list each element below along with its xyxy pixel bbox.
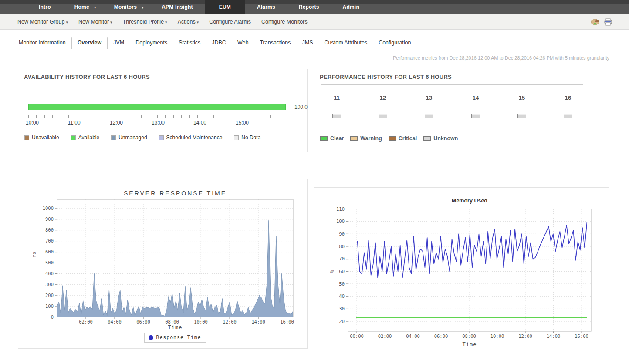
availability-bar[interactable] — [28, 104, 286, 110]
response-time-marker-icon — [149, 335, 153, 340]
hour-column: 13 — [420, 94, 438, 118]
svg-text:70: 70 — [339, 256, 345, 261]
status-cell-unknown[interactable] — [564, 114, 572, 118]
actions-button[interactable]: Actions▾ — [178, 19, 199, 25]
svg-text:16:00: 16:00 — [280, 319, 294, 324]
hour-column: 16 — [559, 94, 577, 118]
hour-column: 15 — [513, 94, 531, 118]
tab-web[interactable]: Web — [232, 37, 254, 49]
action-toolbar: New Monitor Group▾ New Monitor▾ Threshol… — [0, 14, 629, 30]
tab-overview[interactable]: Overview — [71, 37, 108, 49]
legend-item: Available — [71, 135, 99, 141]
status-cell-unknown[interactable] — [379, 114, 387, 118]
svg-text:800: 800 — [45, 227, 54, 233]
legend-label: Unavailable — [32, 135, 59, 141]
svg-text:50: 50 — [339, 281, 345, 286]
legend-item: Clear — [320, 135, 344, 142]
threshold-profile-label: Threshold Profile — [123, 19, 164, 25]
tab-configuration[interactable]: Configuration — [373, 37, 416, 49]
performance-metrics-note: Performance metrics from Dec 28,2016 12:… — [393, 55, 609, 61]
axis-tick-label: 11:00 — [64, 120, 84, 126]
response-time-chart: 0100200300400500600700800900100002:0004:… — [18, 179, 307, 330]
x-axis-label: Time — [57, 324, 293, 330]
svg-text:80: 80 — [339, 244, 345, 249]
tab-jvm[interactable]: JVM — [108, 37, 130, 49]
svg-text:900: 900 — [45, 216, 54, 222]
svg-text:16:00: 16:00 — [575, 334, 588, 339]
tab-statistics[interactable]: Statistics — [173, 37, 206, 49]
y-axis-label: ms — [31, 252, 37, 257]
unmanaged-swatch — [111, 135, 116, 140]
svg-text:600: 600 — [45, 249, 54, 254]
configure-monitors-button[interactable]: Configure Monitors — [261, 19, 308, 25]
hour-column: 11 — [328, 94, 345, 118]
legend-item: Critical — [389, 135, 417, 142]
axis-tick-label: 12:00 — [107, 120, 126, 126]
availability-time-axis — [28, 115, 286, 118]
new-monitor-button[interactable]: New Monitor▾ — [78, 19, 112, 25]
legend-label: Critical — [399, 135, 417, 142]
server-response-time-panel: SERVER RESPONSE TIME 0100200300400500600… — [18, 179, 308, 349]
hour-label: 11 — [328, 94, 345, 101]
nav-item-admin[interactable]: Admin — [331, 0, 371, 14]
legend-label: Clear — [330, 135, 344, 142]
svg-text:08:00: 08:00 — [165, 319, 179, 324]
memory-used-panel: Memory Used 203040506070809010011000:000… — [314, 187, 609, 364]
svg-text:500: 500 — [45, 260, 54, 265]
svg-text:30: 30 — [339, 306, 345, 311]
chevron-down-icon: ▾ — [66, 20, 68, 24]
status-cell-unknown[interactable] — [471, 114, 480, 118]
chevron-down-icon[interactable]: ▾ — [94, 0, 102, 14]
pie-chart-icon[interactable] — [591, 18, 599, 26]
legend-item: Unmanaged — [111, 135, 147, 141]
configure-alarms-button[interactable]: Configure Alarms — [209, 19, 251, 25]
performance-panel-title: PERFORMANCE HISTORY FOR LAST 6 HOURS — [314, 69, 609, 84]
svg-text:08:00: 08:00 — [462, 334, 476, 339]
svg-text:02:00: 02:00 — [378, 334, 392, 339]
svg-text:300: 300 — [45, 282, 54, 287]
nav-item-apm-insight[interactable]: APM Insight — [150, 0, 205, 14]
critical-swatch — [389, 136, 396, 141]
tab-custom-attributes[interactable]: Custom Attributes — [318, 37, 373, 49]
tab-transactions[interactable]: Transactions — [254, 37, 296, 49]
print-icon[interactable] — [604, 18, 612, 26]
axis-tick-label: 15:00 — [233, 120, 252, 126]
tab-deployments[interactable]: Deployments — [130, 37, 173, 49]
axis-tick-label: 14:00 — [190, 120, 210, 126]
status-cell-unknown[interactable] — [517, 114, 526, 118]
legend-item: Response Time — [144, 333, 206, 343]
nav-item-eum[interactable]: EUM — [205, 0, 245, 14]
hour-label: 16 — [559, 94, 577, 101]
tab-monitor-information[interactable]: Monitor Information — [13, 37, 71, 49]
legend-label: Unknown — [433, 135, 458, 142]
new-monitor-label: New Monitor — [78, 19, 109, 25]
svg-text:06:00: 06:00 — [136, 319, 150, 324]
nav-item-reports[interactable]: Reports — [287, 0, 331, 14]
nav-item-intro[interactable]: Intro — [27, 0, 63, 14]
new-monitor-group-button[interactable]: New Monitor Group▾ — [17, 19, 68, 25]
status-cell-unknown[interactable] — [425, 114, 433, 118]
status-cell-unknown[interactable] — [332, 114, 341, 118]
svg-text:10:00: 10:00 — [194, 319, 208, 324]
svg-text:10:00: 10:00 — [490, 334, 504, 339]
svg-text:0: 0 — [51, 314, 54, 320]
nav-spacer — [0, 0, 27, 14]
memory-used-chart: 203040506070809010011000:0002:0004:0006:… — [314, 188, 609, 349]
nav-item-alarms[interactable]: Alarms — [245, 0, 287, 14]
chevron-down-icon[interactable]: ▾ — [142, 0, 150, 14]
performance-legend: Clear Warning Critical Unknown — [320, 135, 458, 142]
svg-text:1000: 1000 — [43, 206, 54, 211]
tab-jms[interactable]: JMS — [296, 37, 318, 49]
tab-jdbc[interactable]: JDBC — [206, 37, 232, 49]
legend-item: Scheduled Maintenance — [159, 135, 223, 141]
svg-text:12:00: 12:00 — [223, 319, 237, 324]
threshold-profile-button[interactable]: Threshold Profile▾ — [123, 19, 167, 25]
top-navbar: Intro Home ▾ Monitors ▾ APM Insight EUM … — [0, 0, 629, 14]
legend-label: Scheduled Maintenance — [166, 135, 223, 141]
unavailable-swatch — [24, 135, 29, 140]
svg-text:400: 400 — [45, 271, 54, 276]
legend-item: Unavailable — [24, 135, 59, 141]
warning-swatch — [350, 136, 358, 141]
monitor-tabbar: Monitor Information Overview JVM Deploym… — [13, 37, 615, 49]
hour-column: 14 — [467, 94, 484, 118]
